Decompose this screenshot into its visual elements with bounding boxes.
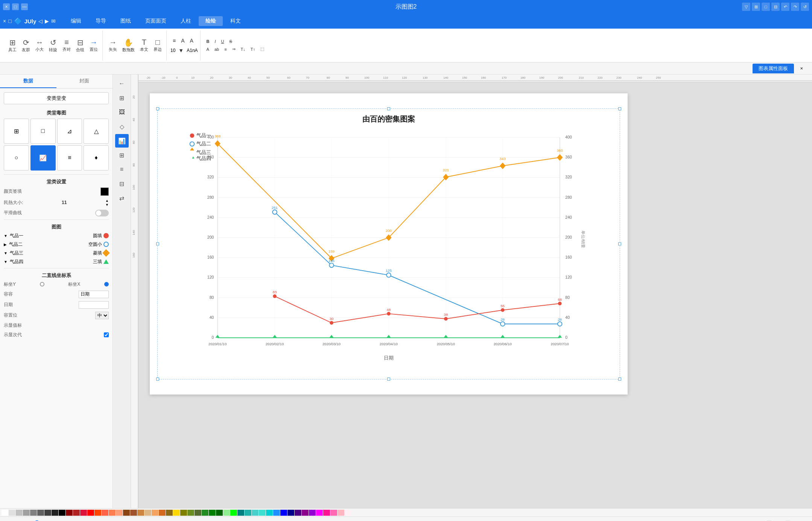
underline-btn[interactable]: U [219, 38, 227, 45]
data-tab[interactable]: 数据 [0, 75, 56, 88]
tb-btn-4[interactable]: ⊟ [771, 3, 780, 11]
palette-swatch[interactable] [94, 510, 101, 516]
cover-tab[interactable]: 封面 [56, 75, 113, 88]
tb-btn-1[interactable]: ▽ [742, 3, 750, 11]
format-btn-border[interactable]: □ 界边 [151, 37, 164, 54]
handle-bl[interactable] [156, 378, 159, 381]
palette-swatch[interactable] [316, 510, 323, 516]
palette-swatch[interactable] [109, 510, 116, 516]
chart-type-4[interactable]: ○ [4, 145, 29, 171]
palette-swatch[interactable] [87, 510, 94, 516]
tb-btn-2[interactable]: ⊞ [752, 3, 760, 11]
align-right-btn[interactable]: A [188, 37, 196, 45]
palette-swatch[interactable] [209, 510, 216, 516]
icon-btn-arrow[interactable]: ← [115, 77, 129, 90]
palette-swatch[interactable] [187, 510, 194, 516]
tab-draw[interactable]: 绘绘 [199, 16, 223, 26]
content-input[interactable] [79, 291, 109, 298]
fill-color-swatch[interactable] [100, 187, 109, 196]
chart-type-7[interactable]: ♦ [84, 145, 109, 171]
palette-swatch[interactable] [66, 510, 73, 516]
palette-swatch[interactable] [302, 510, 309, 516]
tb-btn-7[interactable]: ↺ [801, 3, 809, 11]
format-btn-text[interactable]: T 本文 [138, 37, 151, 54]
menu-msg[interactable]: ✉ [51, 18, 56, 24]
chart-type-0[interactable]: ⊞ [4, 119, 29, 144]
palette-swatch[interactable] [259, 510, 266, 516]
font-size-btn[interactable]: ▼ [176, 46, 186, 55]
legend-color-swatch-0[interactable] [103, 233, 109, 238]
canvas-scroll[interactable]: 由百的密集图案 气品一 气品二 气品三 [138, 82, 812, 508]
palette-swatch[interactable] [159, 510, 166, 516]
palette-swatch[interactable] [273, 510, 280, 516]
palette-swatch[interactable] [152, 510, 158, 516]
tab-edit[interactable]: 编辑 [64, 16, 88, 26]
font-color-btn[interactable]: A [204, 46, 211, 53]
chart-type-1[interactable]: □ [30, 119, 56, 144]
menu-arr1[interactable]: ◁ [38, 18, 43, 24]
highlight-btn[interactable]: ab [212, 46, 221, 53]
tb-btn-5[interactable]: ↶ [781, 3, 789, 11]
palette-swatch[interactable] [245, 510, 251, 516]
subscript-btn[interactable]: T↓ [239, 46, 248, 53]
stepper-up[interactable]: ▲ [105, 199, 109, 203]
palette-swatch[interactable] [130, 510, 137, 516]
chart-type-3[interactable]: △ [84, 119, 109, 144]
palette-swatch[interactable] [52, 510, 58, 516]
x-axis-radio-btn[interactable] [104, 282, 109, 286]
strikethrough-btn[interactable]: S [227, 38, 234, 45]
tool-btn-4[interactable]: ↺ 转旋 [47, 37, 59, 54]
palette-swatch[interactable] [309, 510, 316, 516]
tab-people[interactable]: 人柱 [174, 16, 198, 26]
list-btn[interactable]: ≡ [222, 46, 229, 53]
icon-btn-chart[interactable]: 📊 [115, 134, 129, 148]
palette-swatch[interactable] [23, 510, 30, 516]
palette-swatch[interactable] [223, 510, 230, 516]
palette-swatch[interactable] [37, 510, 44, 516]
palette-swatch[interactable] [137, 510, 144, 516]
palette-swatch[interactable] [9, 510, 15, 516]
palette-swatch[interactable] [295, 510, 301, 516]
tool-btn-7[interactable]: → 置位 [87, 37, 100, 54]
chart-type-5[interactable]: 📈 [30, 145, 56, 171]
icon-btn-grid[interactable]: ⊞ [115, 91, 129, 105]
date-input[interactable] [79, 301, 109, 309]
palette-swatch[interactable] [338, 510, 344, 516]
palette-swatch[interactable] [116, 510, 123, 516]
palette-swatch[interactable] [102, 510, 108, 516]
italic-btn[interactable]: I [213, 38, 218, 45]
bold-btn[interactable]: B [204, 38, 212, 45]
show-checkbox[interactable] [104, 332, 109, 337]
palette-swatch[interactable] [237, 510, 244, 516]
tool-btn-2[interactable]: ⟳ 友群 [20, 37, 32, 54]
close-tab-btn[interactable]: × [794, 64, 809, 73]
x-axis-radio[interactable] [104, 282, 109, 286]
chart-type-6[interactable]: ≡ [57, 145, 82, 171]
handle-tr[interactable] [618, 107, 621, 110]
palette-swatch[interactable] [345, 510, 351, 516]
border-box-btn[interactable]: ⬚ [258, 46, 266, 53]
chart-type-2[interactable]: ⊿ [57, 119, 82, 144]
menu-arr2[interactable]: ▶ [45, 18, 49, 24]
palette-swatch[interactable] [80, 510, 87, 516]
tool-btn-3[interactable]: ↔ 小大 [33, 37, 46, 54]
handle-tm[interactable] [387, 107, 390, 110]
close-btn[interactable]: × [3, 3, 10, 10]
palette-swatch[interactable] [59, 510, 65, 516]
tool-btn-1[interactable]: ⊞ 具工 [6, 37, 19, 54]
icon-btn-filter[interactable]: ⊟ [115, 177, 129, 190]
title-bar-controls[interactable]: × □ — [3, 3, 28, 10]
legend-color-swatch-3[interactable] [103, 259, 109, 264]
icon-btn-table[interactable]: ⊞ [115, 148, 129, 162]
palette-swatch[interactable] [280, 510, 287, 516]
tab-text[interactable]: 科文 [224, 16, 248, 26]
palette-swatch[interactable] [252, 510, 259, 516]
palette-swatch[interactable] [230, 510, 237, 516]
y-axis-radio-btn[interactable] [40, 282, 44, 286]
tab-page[interactable]: 页面面页 [138, 16, 173, 26]
palette-swatch[interactable] [216, 510, 223, 516]
palette-swatch[interactable] [30, 510, 37, 516]
icon-btn-shuffle[interactable]: ⇄ [115, 191, 129, 205]
line-size-stepper[interactable]: ▲ ▼ [105, 199, 109, 207]
icon-btn-layer[interactable]: ◇ [115, 120, 129, 133]
